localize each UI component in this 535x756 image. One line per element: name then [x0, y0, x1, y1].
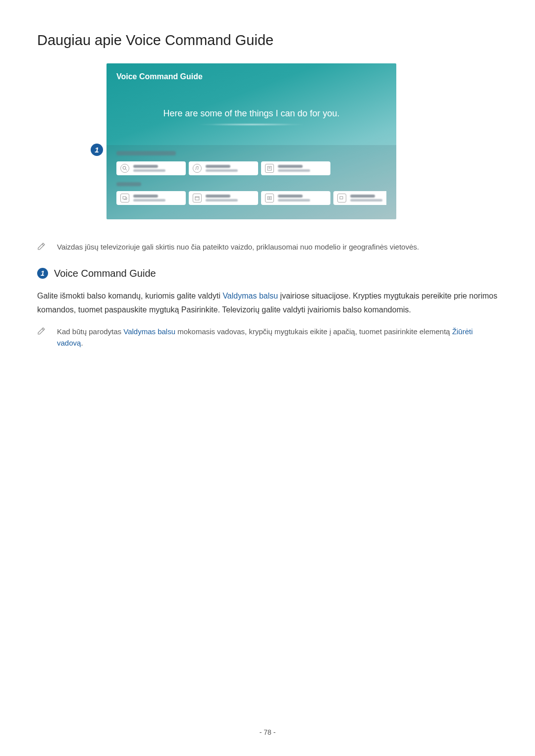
command-card [261, 191, 330, 205]
note-text-2: Kad būtų parodytas Valdymas balsu mokoma… [57, 326, 498, 349]
command-card [189, 191, 258, 205]
callout-badge-1: 1 [91, 144, 103, 156]
page-heading: Daugiau apie Voice Command Guide [37, 32, 498, 49]
screenshot-title: Voice Command Guide [116, 72, 386, 81]
note2-mid: mokomasis vadovas, krypčių mygtukais eik… [175, 327, 452, 336]
svg-rect-6 [195, 197, 199, 200]
blurred-section-label [116, 151, 176, 155]
section-body: Galite išmokti balso komandų, kuriomis g… [37, 289, 498, 318]
page-number: - 78 - [0, 728, 535, 736]
card-row-2 [116, 191, 386, 205]
command-card [261, 161, 330, 175]
note2-pre: Kad būtų parodytas [57, 327, 123, 336]
note-row-1: Vaizdas jūsų televizoriuje gali skirtis … [37, 242, 498, 253]
svg-rect-8 [268, 197, 271, 200]
note-text-1: Vaizdas jūsų televizoriuje gali skirtis … [57, 242, 419, 253]
svg-rect-5 [123, 197, 126, 199]
screenshot-subtitle: Here are some of the things I can do for… [116, 108, 386, 119]
svg-line-1 [126, 169, 127, 171]
record-icon [337, 194, 346, 202]
section-heading: Voice Command Guide [54, 268, 156, 279]
svg-point-9 [269, 198, 270, 199]
glow-divider [197, 124, 306, 125]
command-card [189, 161, 258, 175]
screenshot-wrapper: 1 Voice Command Guide Here are some of t… [107, 63, 498, 219]
pencil-icon [37, 243, 46, 252]
command-card [333, 191, 386, 205]
section-heading-row: 1 Voice Command Guide [37, 268, 498, 279]
guide-icon [265, 164, 274, 173]
note-row-2: Kad būtų parodytas Valdymas balsu mokoma… [37, 326, 498, 349]
schedule-icon [265, 194, 274, 202]
command-card [116, 191, 186, 205]
screenshot-lower-panel [107, 145, 396, 219]
section-badge-1: 1 [37, 268, 48, 279]
command-card [116, 161, 186, 175]
pencil-icon [37, 327, 46, 337]
svg-rect-10 [340, 197, 343, 199]
voice-command-screenshot: Voice Command Guide Here are some of the… [107, 63, 396, 219]
switch-channel-icon [120, 194, 129, 202]
blurred-section-label-2 [116, 182, 141, 186]
music-icon [193, 164, 202, 173]
link-valdymas-balsu: Valdymas balsu [222, 292, 278, 300]
note2-post: . [81, 339, 83, 347]
svg-point-0 [123, 166, 126, 169]
tv-guide-icon [193, 194, 202, 202]
search-icon [120, 164, 129, 173]
body-text-pre: Galite išmokti balso komandų, kuriomis g… [37, 292, 222, 300]
card-row-1 [116, 161, 386, 175]
link-valdymas-balsu-2: Valdymas balsu [123, 327, 175, 336]
